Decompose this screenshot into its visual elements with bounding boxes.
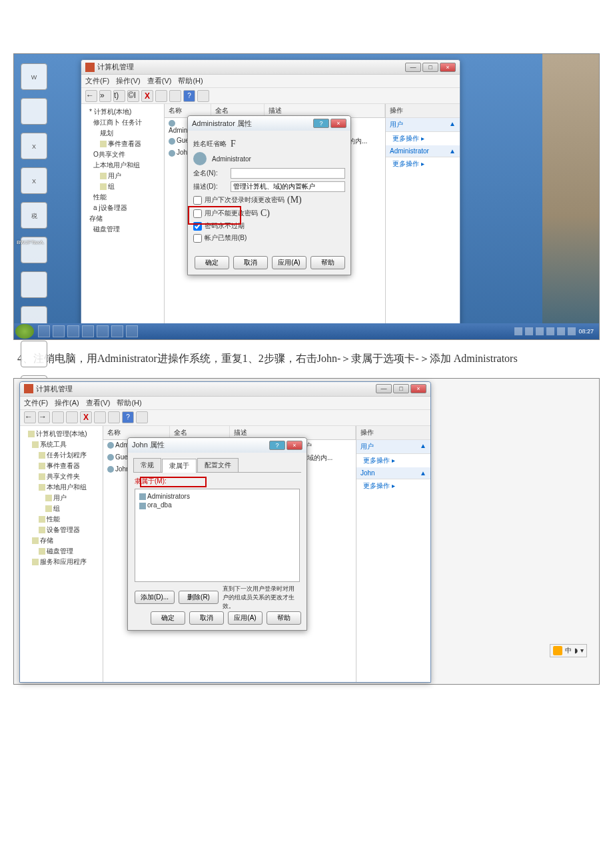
nav-tree[interactable]: * 计算机(本地) 修江商卜 任务计 规划 事件查看器 O共享文件 上本地用户和… [81, 104, 165, 324]
tree-item-users[interactable]: 用户 [108, 172, 121, 179]
delete-button[interactable]: X [80, 411, 92, 423]
member-name[interactable]: Administrators [147, 493, 190, 500]
desc-input[interactable] [231, 181, 345, 192]
tree-item[interactable]: 共享文件夹 [23, 471, 100, 482]
maximize-button[interactable]: □ [422, 63, 438, 72]
menu-file[interactable]: 文件(F) [24, 398, 48, 408]
tool-button[interactable] [94, 411, 106, 423]
taskbar-item[interactable] [53, 325, 65, 337]
menu-view[interactable]: 查看(V) [147, 76, 172, 86]
taskbar-item[interactable] [38, 325, 50, 337]
help-button[interactable]: ? [122, 411, 134, 423]
desktop-shortcut[interactable] [21, 271, 47, 298]
fullname-input[interactable] [231, 168, 345, 179]
tool-button[interactable] [155, 90, 167, 102]
tray-icon[interactable] [525, 327, 533, 335]
action-more[interactable]: 更多操作 ▸ [386, 157, 460, 171]
tool-button[interactable]: ©I [127, 90, 139, 102]
tree-item[interactable]: 设备理器 [101, 204, 127, 211]
close-button[interactable]: × [440, 63, 456, 72]
help-button[interactable]: 帮助 [267, 611, 301, 625]
tool-button[interactable] [66, 411, 78, 423]
back-button[interactable]: ← [85, 90, 97, 102]
tree-item[interactable]: 磁盘管理 [84, 224, 161, 235]
fwd-button[interactable]: » [99, 90, 111, 102]
maximize-button[interactable]: □ [393, 384, 409, 393]
add-button[interactable]: 添加(D)... [135, 591, 175, 604]
tree-item[interactable]: 任务计划程序 [23, 450, 100, 461]
tree-item[interactable]: 服务和应用程序 [23, 557, 100, 567]
tree-item[interactable]: 性能 [23, 514, 100, 525]
member-name[interactable]: ora_dba [147, 501, 172, 509]
ime-mode[interactable]: 中 [565, 646, 572, 655]
tree-item[interactable]: 存储 [84, 213, 161, 224]
collapse-icon[interactable]: ▲ [449, 147, 456, 155]
desktop-shortcut[interactable]: W [21, 63, 47, 90]
delete-button[interactable]: X [141, 90, 153, 102]
tree-item[interactable]: 事件查看器 [108, 140, 141, 147]
taskbar-item[interactable] [126, 325, 138, 337]
menu-view[interactable]: 查看(V) [86, 398, 111, 408]
tree-root[interactable]: 计算机(本地) [94, 108, 132, 115]
action-more[interactable]: 更多操作 ▸ [386, 132, 460, 145]
menu-action[interactable]: 操作(V) [116, 76, 141, 86]
tree-item-groups[interactable]: 组 [108, 183, 115, 190]
cancel-button[interactable]: 取消 [233, 256, 268, 269]
tree-item[interactable]: 上本地用户和组 [84, 160, 161, 171]
desktop-shortcut[interactable] [21, 98, 47, 125]
taskbar-item[interactable] [97, 325, 109, 337]
tree-item[interactable]: 共享文件 [99, 151, 125, 158]
tree-item[interactable]: 系统工具 [23, 439, 100, 450]
collapse-icon[interactable]: ▲ [420, 442, 426, 451]
taskbar-item[interactable] [67, 325, 79, 337]
refresh-button[interactable] [108, 411, 120, 423]
menu-help[interactable]: 帮助(H) [117, 398, 141, 408]
menu-action[interactable]: 操作(A) [55, 398, 79, 408]
tree-item[interactable]: 性能 [84, 192, 161, 203]
nav-tree[interactable]: 计算机管理(本地)系统工具任务计划程序事件查看器共享文件夹本地用户和组用户组性能… [20, 426, 103, 682]
tree-item[interactable]: 磁盘管理 [23, 546, 100, 557]
tray-icon[interactable] [514, 327, 522, 335]
tab-memberof[interactable]: 隶属于 [162, 459, 197, 473]
desktop-shortcut[interactable]: 税 [21, 202, 47, 229]
apply-button[interactable]: 应用(A) [228, 611, 263, 625]
help-button[interactable]: ? [183, 90, 195, 102]
help-button[interactable]: ? [313, 119, 329, 128]
ime-icon[interactable]: ◗ [574, 647, 578, 654]
menu-help[interactable]: 帮助(H) [178, 76, 203, 86]
desktop-shortcut[interactable]: X [21, 133, 47, 159]
desktop-shortcut[interactable]: X [21, 167, 47, 194]
speaker-icon[interactable] [568, 327, 576, 335]
tab-profile[interactable]: 配置文件 [197, 458, 239, 472]
tab-general[interactable]: 常规 [133, 458, 161, 472]
ime-icon[interactable]: ▾ [580, 647, 584, 654]
tree-item[interactable]: 设备管理器 [23, 525, 100, 535]
help-button[interactable]: ? [269, 441, 285, 450]
close-button[interactable]: × [330, 119, 346, 128]
collapse-icon[interactable]: ▲ [420, 469, 426, 477]
tree-item[interactable]: 事件查看器 [23, 461, 100, 471]
tray-icon[interactable] [536, 327, 544, 335]
minimize-button[interactable]: — [376, 384, 392, 393]
back-button[interactable]: ← [24, 411, 36, 423]
clock[interactable]: 08:27 [578, 328, 594, 335]
refresh-button[interactable] [169, 90, 181, 102]
tool-button[interactable]: t) [113, 90, 125, 102]
tree-item[interactable]: 规划 [84, 128, 161, 139]
remove-button[interactable]: 删除(R) [179, 591, 219, 604]
chk-disabled[interactable] [193, 234, 202, 243]
desktop-shortcut[interactable] [21, 341, 47, 367]
apply-button[interactable]: 应用(A) [272, 256, 306, 269]
tree-item[interactable]: 本地用户和组 [23, 482, 100, 493]
tree-item[interactable]: 组 [23, 503, 100, 514]
tree-item[interactable]: 存储 [23, 535, 100, 546]
chk-change-password[interactable] [193, 196, 202, 205]
ime-toolbar[interactable]: 中 ◗ ▾ [550, 644, 587, 657]
tree-item[interactable]: 计算机管理(本地) [23, 429, 100, 439]
up-button[interactable] [52, 411, 64, 423]
action-more[interactable]: 更多操作 ▸ [356, 454, 430, 467]
close-button[interactable]: × [410, 384, 426, 393]
tool-button[interactable] [197, 90, 209, 102]
help-button[interactable]: 帮助 [310, 256, 345, 269]
taskbar-item[interactable] [82, 325, 94, 337]
